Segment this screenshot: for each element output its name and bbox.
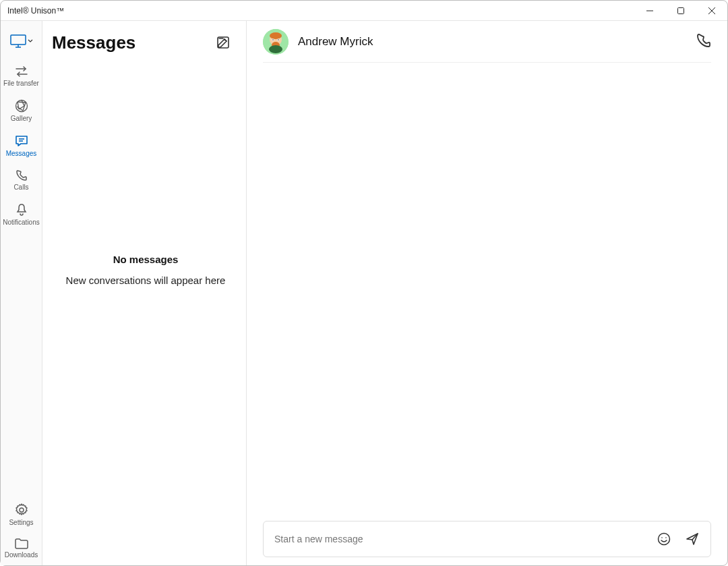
sidebar-item-file-transfer[interactable]: File transfer	[1, 60, 42, 94]
svg-point-18	[20, 508, 24, 512]
window-title: Intel® Unison™	[7, 6, 64, 16]
phone-icon	[696, 33, 711, 48]
close-button[interactable]	[696, 1, 727, 20]
sidebar-item-label: Calls	[13, 183, 28, 191]
messages-empty-state: No messages New conversations will appea…	[52, 21, 239, 518]
sidebar-item-calls[interactable]: Calls	[1, 164, 42, 198]
sidebar-item-label: Messages	[6, 150, 37, 157]
monitor-icon	[10, 34, 26, 48]
empty-subtitle: New conversations will appear here	[66, 275, 226, 286]
chevron-down-icon	[28, 39, 33, 43]
send-icon	[686, 532, 699, 546]
svg-point-26	[272, 39, 274, 40]
sidebar-item-settings[interactable]: Settings	[1, 498, 42, 533]
gear-icon	[15, 503, 28, 517]
send-button[interactable]	[681, 528, 704, 550]
title-bar: Intel® Unison™	[1, 1, 727, 21]
folder-icon	[15, 538, 28, 549]
maximize-icon	[677, 7, 684, 14]
call-button[interactable]	[696, 33, 711, 51]
conversation-header-inner: Andrew Myrick	[263, 29, 687, 55]
emoji-icon	[657, 532, 671, 546]
svg-point-27	[278, 39, 279, 40]
minimize-button[interactable]	[634, 1, 665, 20]
avatar-icon	[263, 29, 289, 55]
sidebar-item-label: Settings	[9, 519, 33, 526]
conversation-body	[247, 63, 727, 521]
aperture-icon	[15, 99, 28, 113]
sidebar-item-gallery[interactable]: Gallery	[1, 94, 42, 129]
svg-point-29	[659, 534, 670, 545]
phone-icon	[16, 169, 28, 181]
svg-point-31	[665, 537, 667, 538]
minimize-icon	[646, 7, 653, 14]
contact-avatar[interactable]	[263, 29, 289, 55]
empty-title: No messages	[113, 254, 179, 265]
contact-name: Andrew Myrick	[298, 35, 373, 49]
app-window: Intel® Unison™ File transfer	[0, 0, 728, 566]
message-input[interactable]	[274, 534, 647, 544]
sidebar-item-label: Downloads	[5, 551, 38, 559]
svg-point-30	[661, 537, 663, 538]
device-selector[interactable]	[7, 30, 36, 52]
conversation-panel: Andrew Myrick	[247, 21, 727, 565]
sidebar-item-messages[interactable]: Messages	[1, 129, 42, 164]
messages-panel: Messages No messages New conversations w…	[42, 21, 247, 565]
window-controls	[634, 1, 727, 20]
emoji-button[interactable]	[653, 528, 675, 550]
app-body: File transfer Gallery Messages Calls Not…	[1, 21, 727, 565]
conversation-header: Andrew Myrick	[263, 21, 711, 63]
sidebar: File transfer Gallery Messages Calls Not…	[1, 21, 42, 565]
svg-point-22	[270, 32, 282, 39]
sidebar-item-label: File transfer	[3, 80, 39, 87]
bell-icon	[16, 203, 28, 217]
sidebar-item-label: Gallery	[11, 115, 32, 122]
maximize-button[interactable]	[665, 1, 696, 20]
message-icon	[15, 134, 28, 148]
svg-rect-4	[11, 35, 26, 45]
message-input-row	[263, 521, 711, 557]
sidebar-item-label: Notifications	[3, 219, 39, 226]
svg-rect-1	[678, 7, 684, 13]
svg-point-28	[269, 45, 282, 53]
sidebar-item-downloads[interactable]: Downloads	[1, 533, 42, 565]
transfer-icon	[14, 65, 29, 78]
sidebar-item-notifications[interactable]: Notifications	[1, 198, 42, 233]
close-icon	[708, 7, 715, 14]
svg-line-13	[18, 102, 26, 103]
